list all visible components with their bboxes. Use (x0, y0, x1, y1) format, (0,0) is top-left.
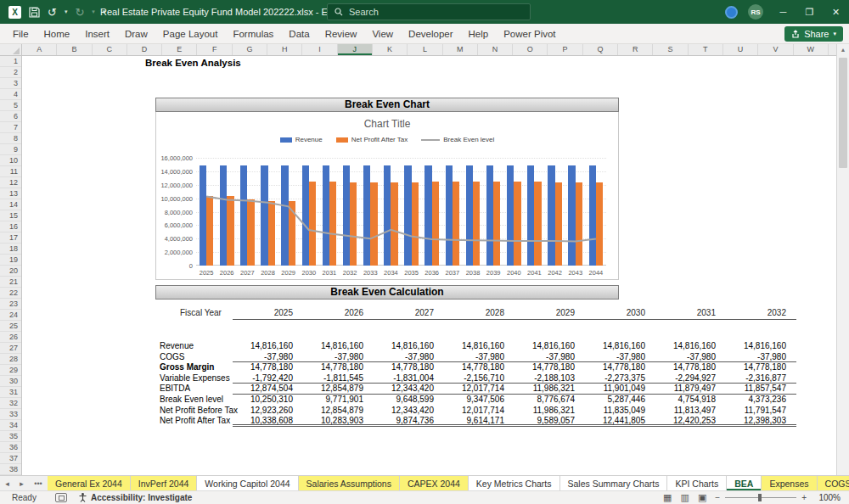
page-layout-view-icon[interactable]: ▥ (681, 492, 689, 503)
table-cell[interactable]: 12,398,303 (726, 416, 796, 427)
table-cell[interactable]: 14,778,180 (514, 362, 585, 373)
ribbon-tab-draw[interactable]: Draw (117, 24, 155, 44)
row-header-8[interactable]: 8 (0, 133, 21, 144)
column-header-A[interactable]: A (22, 44, 57, 55)
row-header-25[interactable]: 25 (0, 321, 21, 332)
row-header-3[interactable]: 3 (0, 78, 21, 89)
column-header-U[interactable]: U (723, 44, 758, 55)
row-label-ebitda[interactable]: EBITDA (160, 384, 233, 395)
row-header-9[interactable]: 9 (0, 144, 21, 155)
table-cell[interactable]: 12,923,260 (233, 406, 303, 417)
table-cell[interactable]: -37,980 (726, 352, 796, 363)
column-header-H[interactable]: H (267, 44, 302, 55)
row-header-37[interactable]: 37 (0, 453, 21, 464)
excel-app-icon[interactable]: X (8, 6, 21, 19)
sheet-nav-left-icon[interactable]: ◂ (0, 476, 14, 490)
ribbon-tab-file[interactable]: File (5, 24, 37, 44)
ribbon-tab-data[interactable]: Data (281, 24, 317, 44)
column-header-D[interactable]: D (127, 44, 162, 55)
table-cell[interactable]: -1,831,004 (374, 373, 444, 384)
row-label-variable-expenses[interactable]: Variable Expenses (160, 373, 233, 384)
ribbon-tab-home[interactable]: Home (37, 24, 78, 44)
table-cell[interactable]: 12,441,805 (585, 416, 655, 427)
zoom-out-icon[interactable]: − (715, 493, 720, 502)
row-label-revenue[interactable]: Revenue (160, 341, 233, 352)
table-cell[interactable]: 14,816,160 (655, 341, 726, 352)
undo-icon[interactable]: ↺ (48, 7, 57, 18)
normal-view-icon[interactable]: ▦ (663, 492, 672, 503)
close-button[interactable]: ✕ (823, 0, 849, 24)
table-cell[interactable]: 14,816,160 (303, 341, 374, 352)
select-all-button[interactable] (0, 44, 22, 56)
sheet-tab-expenses[interactable]: Expenses (762, 476, 817, 490)
table-cell[interactable]: 9,347,506 (444, 395, 514, 406)
column-header-V[interactable]: V (758, 44, 793, 55)
ribbon-tab-view[interactable]: View (364, 24, 401, 44)
row-header-30[interactable]: 30 (0, 376, 21, 387)
ribbon-tab-help[interactable]: Help (461, 24, 497, 44)
redo-caret-icon[interactable]: ▾ (92, 8, 95, 15)
fiscal-year-2025[interactable]: 2025 (233, 307, 303, 320)
search-input[interactable]: Search (327, 3, 531, 20)
table-cell[interactable]: 11,879,497 (655, 384, 726, 395)
ribbon-tab-insert[interactable]: Insert (77, 24, 117, 44)
ribbon-tab-power-pivot[interactable]: Power Pivot (496, 24, 563, 44)
row-header-35[interactable]: 35 (0, 431, 21, 442)
redo-icon[interactable]: ↻ (75, 7, 84, 18)
ribbon-tab-developer[interactable]: Developer (401, 24, 460, 44)
row-header-20[interactable]: 20 (0, 266, 21, 277)
sheet-tab-capex-2044[interactable]: CAPEX 2044 (400, 476, 469, 490)
row-header-14[interactable]: 14 (0, 199, 21, 210)
row-header-24[interactable]: 24 (0, 310, 21, 321)
table-cell[interactable]: 10,250,310 (233, 395, 303, 406)
column-header-C[interactable]: C (93, 44, 127, 55)
column-header-I[interactable]: I (302, 44, 337, 55)
zoom-in-icon[interactable]: + (801, 493, 807, 502)
row-header-29[interactable]: 29 (0, 365, 21, 376)
presence-status-icon[interactable] (725, 6, 738, 19)
sheet-tab-salaries-assumptions[interactable]: Salaries Assumptions (299, 476, 400, 490)
table-cell[interactable]: 10,338,608 (233, 416, 303, 427)
table-cell[interactable]: -2,273,375 (585, 373, 655, 384)
macro-record-icon[interactable] (55, 493, 67, 502)
table-cell[interactable]: 14,778,180 (444, 362, 514, 373)
table-cell[interactable]: 11,791,547 (726, 406, 796, 417)
table-cell[interactable]: 11,835,049 (585, 406, 655, 417)
table-cell[interactable]: 14,778,180 (726, 362, 796, 373)
ribbon-tab-review[interactable]: Review (318, 24, 365, 44)
minimize-button[interactable]: ─ (770, 0, 796, 24)
column-header-Q[interactable]: Q (583, 44, 618, 55)
calc-banner-cell[interactable]: Break Even Calculation (155, 285, 619, 300)
row-header-6[interactable]: 6 (0, 111, 21, 122)
table-cell[interactable]: -2,156,710 (444, 373, 514, 384)
fiscal-year-2026[interactable]: 2026 (303, 307, 374, 320)
column-header-S[interactable]: S (653, 44, 688, 55)
row-header-31[interactable]: 31 (0, 387, 21, 398)
account-avatar[interactable]: RS (748, 4, 763, 20)
fiscal-year-2027[interactable]: 2027 (374, 307, 444, 320)
row-label-break-even-level[interactable]: Break Even level (160, 395, 233, 406)
table-cell[interactable]: -1,792,420 (233, 373, 303, 384)
column-header-W[interactable]: W (794, 44, 829, 55)
vertical-scroll-thumb[interactable] (839, 58, 847, 168)
table-cell[interactable]: -2,188,103 (514, 373, 585, 384)
table-cell[interactable]: 12,017,714 (444, 384, 514, 395)
sheet-tab-sales-summary-charts[interactable]: Sales Summary Charts (560, 476, 668, 490)
page-break-view-icon[interactable]: ▣ (698, 492, 706, 503)
table-cell[interactable]: 14,816,160 (514, 341, 585, 352)
row-header-16[interactable]: 16 (0, 221, 21, 232)
column-header-O[interactable]: O (513, 44, 548, 55)
table-cell[interactable]: 11,986,321 (514, 384, 585, 395)
ribbon-tab-page-layout[interactable]: Page Layout (155, 24, 226, 44)
table-cell[interactable]: 9,874,736 (374, 416, 444, 427)
row-label-cogs[interactable]: COGS (160, 352, 233, 363)
table-cell[interactable]: 12,343,420 (374, 406, 444, 417)
row-header-13[interactable]: 13 (0, 188, 21, 199)
table-cell[interactable]: -37,980 (585, 352, 655, 363)
row-header-27[interactable]: 27 (0, 343, 21, 354)
fiscal-year-2028[interactable]: 2028 (444, 307, 514, 320)
row-label-net-profit-before-tax[interactable]: Net Profit Before Tax (160, 406, 233, 417)
table-cell[interactable]: 14,778,180 (374, 362, 444, 373)
row-header-7[interactable]: 7 (0, 122, 21, 133)
table-cell[interactable]: -37,980 (303, 352, 374, 363)
